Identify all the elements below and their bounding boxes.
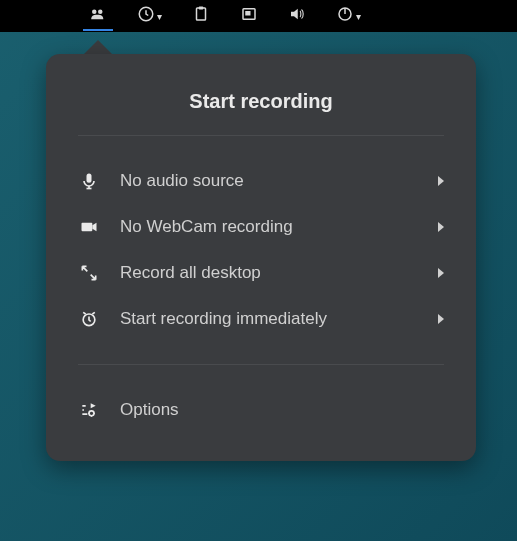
record-area-item[interactable]: Record all desktop <box>60 250 462 296</box>
workspace-indicator[interactable] <box>234 1 264 31</box>
chevron-right-icon <box>438 268 444 278</box>
separator <box>78 364 444 365</box>
delay-timer-item[interactable]: Start recording immediately <box>60 296 462 342</box>
clipboard-icon <box>192 5 210 27</box>
popover-title: Start recording <box>60 78 462 135</box>
workspace-icon <box>240 5 258 27</box>
clipboard-indicator[interactable] <box>186 1 216 31</box>
top-panel: ▾ ▾ <box>0 0 517 32</box>
svg-rect-3 <box>197 8 206 20</box>
audio-source-item[interactable]: No audio source <box>60 158 462 204</box>
menu-item-label: Start recording immediately <box>120 309 438 329</box>
clock-icon <box>137 5 155 27</box>
menu-list: No audio source No WebCam recording Reco… <box>60 158 462 342</box>
chevron-right-icon <box>438 222 444 232</box>
svg-point-0 <box>92 10 97 15</box>
alarm-icon <box>78 308 100 330</box>
menu-item-label: Options <box>120 400 444 420</box>
easyscreencast-indicator[interactable] <box>83 1 113 31</box>
popover-arrow <box>84 40 112 54</box>
chevron-down-icon: ▾ <box>356 11 361 22</box>
volume-icon <box>288 5 306 27</box>
svg-point-1 <box>98 10 103 15</box>
menu-item-label: No audio source <box>120 171 438 191</box>
options-item[interactable]: Options <box>60 387 462 433</box>
power-indicator[interactable]: ▾ <box>330 1 367 31</box>
chevron-down-icon: ▾ <box>157 11 162 22</box>
separator <box>78 135 444 136</box>
svg-rect-6 <box>245 11 250 16</box>
volume-indicator[interactable] <box>282 1 312 31</box>
settings-icon <box>78 399 100 421</box>
svg-rect-9 <box>87 174 92 183</box>
menu-item-label: Record all desktop <box>120 263 438 283</box>
clock-indicator[interactable]: ▾ <box>131 1 168 31</box>
webcam-item[interactable]: No WebCam recording <box>60 204 462 250</box>
svg-rect-4 <box>199 7 204 10</box>
chevron-right-icon <box>438 176 444 186</box>
easyscreencast-icon <box>89 5 107 27</box>
power-icon <box>336 5 354 27</box>
svg-rect-12 <box>82 223 93 231</box>
svg-point-14 <box>89 411 94 416</box>
fullscreen-icon <box>78 262 100 284</box>
chevron-right-icon <box>438 314 444 324</box>
menu-item-label: No WebCam recording <box>120 217 438 237</box>
microphone-icon <box>78 170 100 192</box>
recording-popover: Start recording No audio source No WebCa… <box>46 40 476 461</box>
webcam-icon <box>78 216 100 238</box>
